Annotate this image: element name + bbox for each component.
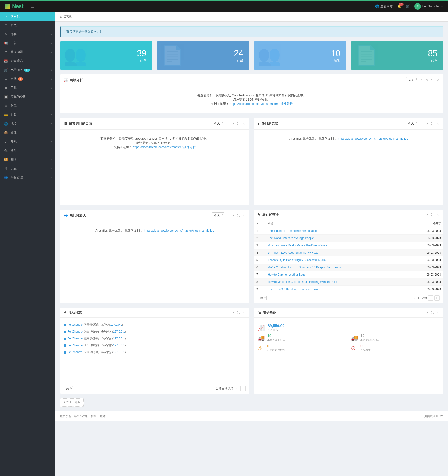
- fullscreen-icon[interactable]: ⛶: [431, 78, 434, 82]
- doc-link[interactable]: https://docs.botble.com/cms/master/plugi…: [338, 137, 408, 140]
- sidebar-item-6[interactable]: 🛒电子商务14‹: [0, 65, 55, 74]
- collapse-icon[interactable]: ⌃: [420, 310, 424, 315]
- sidebar-item-3[interactable]: 📢广告‹: [0, 39, 55, 48]
- post-link[interactable]: Why Teamwork Really Makes The Dream Work: [268, 244, 327, 247]
- sidebar-icon: 🏷: [4, 77, 8, 81]
- brand[interactable]: Nest: [5, 3, 23, 9]
- doc-link[interactable]: https://docs.botble.com/cms/master / 插件分…: [133, 145, 196, 149]
- activity-user-link[interactable]: Fei Zhangfei: [67, 323, 83, 326]
- msg1: 要查看分析，您需要获取 Google Analytics 客户端 ID 并将其添…: [64, 137, 246, 141]
- prev-page-button[interactable]: ‹: [428, 295, 433, 300]
- refresh-icon[interactable]: ⟳: [426, 212, 429, 217]
- next-page-button[interactable]: ›: [434, 295, 440, 300]
- close-icon[interactable]: ✕: [436, 310, 440, 315]
- refresh-icon[interactable]: ⟳: [426, 122, 429, 126]
- sidebar-item-18[interactable]: 👥平台管理‹: [0, 173, 55, 182]
- next-page-button[interactable]: ›: [240, 386, 246, 391]
- close-icon[interactable]: ✕: [436, 122, 440, 126]
- post-link[interactable]: The World Caters to Average People: [268, 237, 314, 240]
- period-select[interactable]: 今天: [406, 121, 418, 126]
- close-icon[interactable]: ✕: [242, 213, 246, 218]
- activity-ip-link[interactable]: 127.0.0.1: [113, 344, 125, 347]
- activity-user-link[interactable]: Fei Zhangfei: [67, 344, 83, 347]
- sidebar-item-9[interactable]: 🔲简单的滑块: [0, 92, 55, 101]
- ecom-stat-value: 0: [360, 344, 371, 348]
- post-link[interactable]: Essential Qualities of Highly Successful…: [268, 258, 325, 262]
- sidebar-item-4[interactable]: ?常问问题‹: [0, 48, 55, 57]
- stat-tile-1[interactable]: 📄24产品: [157, 41, 249, 70]
- close-icon[interactable]: ✕: [242, 310, 246, 315]
- collapse-icon[interactable]: ⌃: [420, 212, 424, 217]
- sidebar-item-8[interactable]: ✖工具‹: [0, 83, 55, 92]
- post-link[interactable]: We're Crushing Hard on Summer's 10 Bigge…: [268, 266, 341, 269]
- collapse-icon[interactable]: ⌃: [226, 310, 230, 315]
- user-menu[interactable]: F Fei Zhangfei ⌄: [414, 3, 443, 10]
- page-size-select[interactable]: 10: [64, 386, 73, 391]
- sidebar-item-10[interactable]: ✉联系: [0, 101, 55, 110]
- sidebar-toggle-icon[interactable]: ☰: [31, 4, 34, 9]
- close-icon[interactable]: ✕: [436, 78, 440, 82]
- activity-user-link[interactable]: Fei Zhangfei: [67, 351, 83, 354]
- post-link[interactable]: The Top 2020 Handbag Trends to Know: [268, 288, 318, 291]
- activity-ip-link[interactable]: 127.0.0.1: [110, 323, 122, 326]
- period-select[interactable]: 今天: [406, 77, 418, 83]
- fullscreen-icon[interactable]: ⛶: [431, 212, 434, 217]
- page-size-select[interactable]: 10: [258, 296, 267, 300]
- setup-wizard-alert[interactable]: : 链接以完成快速设置向导!: [60, 26, 443, 37]
- analytics-doc-link[interactable]: https://docs.botble.com/cms/master / 插件分…: [230, 102, 293, 106]
- activity-user-link[interactable]: Fei Zhangfei: [67, 337, 83, 340]
- collapse-icon[interactable]: ⌃: [226, 122, 230, 126]
- post-link[interactable]: How to Match the Color of Your Handbag W…: [268, 280, 337, 283]
- pager-text: 1- 10 在 11 记录: [407, 296, 427, 300]
- refresh-icon[interactable]: ⟳: [231, 310, 235, 315]
- refresh-icon[interactable]: ⟳: [231, 213, 235, 218]
- stat-tile-2[interactable]: 👥10顾客: [254, 41, 346, 70]
- close-icon[interactable]: ✕: [242, 122, 246, 126]
- home-icon[interactable]: ⌂: [60, 15, 62, 18]
- prev-page-button[interactable]: ‹: [234, 386, 239, 391]
- stat-tile-0[interactable]: 👥39订单: [60, 41, 152, 70]
- sidebar-item-11[interactable]: 💳付款‹: [0, 110, 55, 119]
- activity-ip-link[interactable]: 127.0.0.1: [113, 330, 125, 333]
- doc-link[interactable]: https://docs.botble.com/cms/master/plugi…: [144, 229, 214, 232]
- period-select[interactable]: 今天: [212, 121, 224, 126]
- view-site-link[interactable]: 🌐 查看网站: [375, 4, 393, 8]
- activity-ip-link[interactable]: 127.0.0.1: [113, 337, 125, 340]
- fullscreen-icon[interactable]: ⛶: [431, 122, 434, 126]
- sidebar-item-15[interactable]: 🔌插件: [0, 146, 55, 155]
- period-select[interactable]: 今天: [212, 212, 224, 218]
- notifications-button[interactable]: 🔔 14: [398, 5, 401, 8]
- refresh-icon[interactable]: ⟳: [231, 122, 235, 126]
- fullscreen-icon[interactable]: ⛶: [237, 213, 240, 218]
- post-link[interactable]: 9 Things I Love About Shaving My Head: [268, 251, 318, 254]
- refresh-icon[interactable]: ⟳: [426, 78, 429, 82]
- activity-user-link[interactable]: Fei Zhangfei: [67, 330, 83, 333]
- close-icon[interactable]: ✕: [436, 212, 440, 217]
- collapse-icon[interactable]: ⌃: [420, 78, 424, 82]
- manage-widget-button[interactable]: + 管理小部件: [60, 398, 84, 407]
- cart-icon[interactable]: 🛒: [406, 5, 410, 8]
- fullscreen-icon[interactable]: ⛶: [431, 310, 434, 315]
- sidebar-item-12[interactable]: 🌐地点‹: [0, 119, 55, 128]
- sidebar-item-13[interactable]: 📦媒体: [0, 128, 55, 137]
- sidebar-icon: 🔌: [4, 149, 8, 152]
- activity-ip-link[interactable]: 127.0.0.1: [113, 351, 125, 354]
- fullscreen-icon[interactable]: ⛶: [237, 122, 240, 126]
- sidebar-item-14[interactable]: 🖌外观‹: [0, 137, 55, 146]
- sidebar-item-0[interactable]: ⌂仪表板: [0, 12, 55, 21]
- sidebar-item-16[interactable]: 🔁翻译‹: [0, 155, 55, 164]
- sidebar-item-7[interactable]: 🏷市场4‹: [0, 74, 55, 83]
- ecom-stat: ⊘0产品缺货: [351, 344, 440, 352]
- sidebar-item-1[interactable]: ▤页数: [0, 21, 55, 30]
- fullscreen-icon[interactable]: ⛶: [237, 310, 240, 315]
- table-row: 2The World Caters to Average People06-03…: [254, 235, 443, 242]
- sidebar-item-5[interactable]: 📅时事通讯: [0, 57, 55, 65]
- collapse-icon[interactable]: ⌃: [420, 122, 424, 126]
- sidebar-item-2[interactable]: ✎博客‹: [0, 30, 55, 39]
- post-link[interactable]: How to Care for Leather Bags: [268, 273, 305, 276]
- sidebar-item-17[interactable]: ⚙设置‹: [0, 164, 55, 173]
- collapse-icon[interactable]: ⌃: [226, 213, 230, 218]
- refresh-icon[interactable]: ⟳: [426, 310, 429, 315]
- post-link[interactable]: The litigants on the screen are not acto…: [268, 229, 319, 232]
- stat-tile-3[interactable]: 📄85点评: [351, 41, 443, 70]
